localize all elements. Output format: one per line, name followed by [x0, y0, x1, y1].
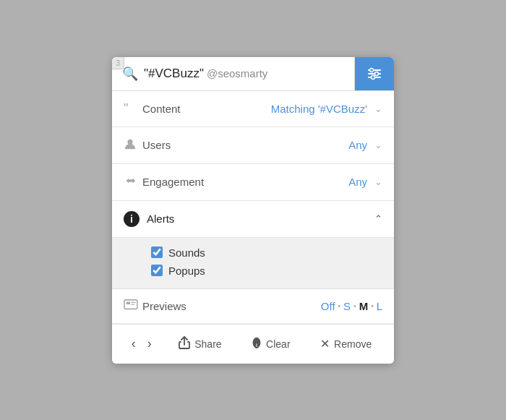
sounds-checkbox-row: Sounds — [151, 247, 382, 259]
preview-size-l[interactable]: L — [377, 300, 382, 312]
users-filter-row[interactable]: Users Any ⌄ — [112, 127, 394, 164]
engagement-filter-row[interactable]: Engagement Any ⌄ — [112, 164, 394, 201]
svg-rect-7 — [124, 299, 137, 308]
alerts-label: Alerts — [147, 213, 374, 225]
engagement-value: Any — [348, 176, 367, 188]
content-filter-row[interactable]: " Content Matching '#VCBuzz' ⌄ — [112, 91, 394, 127]
alerts-info-icon: i — [124, 211, 140, 227]
bottom-toolbar: ‹ › Share Clear ✕ — [112, 324, 394, 364]
share-button[interactable]: Share — [173, 333, 227, 355]
previews-label: Previews — [142, 300, 321, 312]
svg-point-5 — [372, 75, 375, 79]
users-value: Any — [348, 139, 367, 151]
popups-checkbox[interactable] — [151, 265, 163, 276]
forward-button[interactable]: › — [145, 335, 155, 353]
content-icon: " — [124, 101, 142, 116]
popups-checkbox-row: Popups — [151, 265, 382, 277]
search-input-area[interactable]: 🔍 "#VCBuzz"@seosmarty — [112, 57, 355, 90]
remove-button[interactable]: ✕ Remove — [314, 334, 377, 353]
users-label: Users — [142, 139, 348, 151]
clear-label: Clear — [266, 338, 290, 350]
main-panel: 3 🔍 "#VCBuzz"@seosmarty " Content — [112, 57, 394, 364]
previews-row: Previews Off • S • M • L — [112, 289, 394, 324]
share-label: Share — [194, 338, 221, 350]
search-query: "#VCBuzz" — [144, 67, 204, 80]
nav-buttons: ‹ › — [129, 335, 155, 353]
filter-button[interactable] — [355, 57, 394, 90]
alerts-chevron-icon: ⌃ — [374, 213, 382, 224]
alerts-body: Sounds Popups — [112, 238, 394, 288]
filter-section: " Content Matching '#VCBuzz' ⌄ Users Any… — [112, 91, 394, 201]
preview-size-m[interactable]: M — [359, 300, 369, 312]
engagement-chevron-icon: ⌄ — [374, 176, 382, 187]
svg-point-4 — [375, 72, 379, 75]
preview-sizes: Off • S • M • L — [321, 300, 382, 312]
remove-icon: ✕ — [320, 337, 330, 351]
remove-label: Remove — [334, 338, 372, 350]
alerts-header[interactable]: i Alerts ⌃ — [112, 201, 394, 238]
previews-icon — [124, 299, 142, 313]
back-button[interactable]: ‹ — [129, 335, 139, 353]
preview-size-s[interactable]: S — [343, 300, 351, 312]
alerts-section: i Alerts ⌃ Sounds Popups — [112, 201, 394, 289]
search-query-text: "#VCBuzz"@seosmarty — [144, 67, 267, 81]
sounds-label[interactable]: Sounds — [168, 247, 205, 259]
svg-point-3 — [370, 68, 374, 72]
content-value: Matching '#VCBuzz' — [271, 103, 367, 115]
users-icon — [124, 137, 142, 153]
preview-size-off[interactable]: Off — [321, 300, 335, 312]
svg-rect-8 — [126, 301, 130, 304]
search-bar: 🔍 "#VCBuzz"@seosmarty — [112, 57, 394, 91]
clear-button[interactable]: Clear — [246, 333, 296, 355]
filter-sliders-icon — [366, 66, 382, 82]
content-chevron-icon: ⌄ — [374, 103, 382, 114]
content-label: Content — [142, 103, 271, 115]
sounds-checkbox[interactable] — [151, 247, 163, 258]
tab-number: 3 — [112, 57, 124, 69]
svg-point-6 — [127, 139, 132, 144]
popups-label[interactable]: Popups — [168, 265, 205, 277]
clear-icon — [252, 336, 262, 352]
search-handle: @seosmarty — [207, 67, 267, 80]
share-icon — [179, 336, 190, 352]
users-chevron-icon: ⌄ — [374, 140, 382, 150]
engagement-label: Engagement — [142, 176, 348, 188]
engagement-icon — [124, 174, 142, 190]
search-icon: 🔍 — [122, 66, 138, 82]
